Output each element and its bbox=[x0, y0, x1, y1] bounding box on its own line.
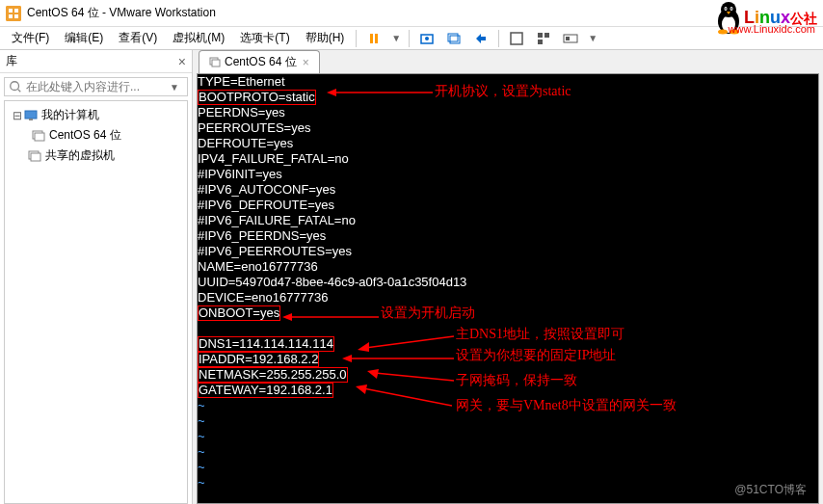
svg-rect-4 bbox=[14, 14, 18, 18]
vm-icon bbox=[32, 129, 45, 143]
window-title: CentOS 64 位 - VMware Workstation bbox=[27, 5, 216, 21]
svg-rect-29 bbox=[29, 119, 33, 120]
svg-rect-23 bbox=[538, 40, 543, 44]
pause-button[interactable] bbox=[362, 29, 385, 48]
svg-rect-14 bbox=[370, 34, 373, 43]
sidebar: 库 × ▼ ⊟ 我的计算机 CentOS 64 位 共享的虚拟机 bbox=[0, 50, 193, 504]
menu-view[interactable]: 查看(V) bbox=[111, 28, 165, 48]
svg-rect-21 bbox=[538, 33, 543, 38]
tree-root[interactable]: ⊟ 我的计算机 bbox=[9, 105, 183, 125]
library-tree: ⊟ 我的计算机 CentOS 64 位 共享的虚拟机 bbox=[4, 100, 188, 504]
svg-point-26 bbox=[11, 82, 19, 91]
menu-tabs[interactable]: 选项卡(T) bbox=[232, 28, 297, 48]
fullscreen-button[interactable] bbox=[505, 29, 528, 48]
svg-rect-33 bbox=[31, 153, 40, 161]
menu-vm[interactable]: 虚拟机(M) bbox=[165, 28, 232, 48]
search-box[interactable]: ▼ bbox=[4, 77, 188, 96]
search-icon bbox=[9, 80, 22, 93]
sidebar-close-button[interactable]: × bbox=[178, 54, 186, 69]
tree-vm-item[interactable]: CentOS 64 位 bbox=[9, 125, 183, 146]
logo-url: www.Linuxidc.com bbox=[729, 23, 815, 35]
tab-close-button[interactable]: × bbox=[303, 56, 309, 69]
unity-button[interactable] bbox=[532, 29, 555, 48]
shared-icon bbox=[28, 149, 41, 163]
tree-shared[interactable]: 共享的虚拟机 bbox=[9, 146, 183, 166]
svg-rect-0 bbox=[6, 6, 21, 21]
content-area: CentOS 64 位 × TYPE=Ethernet BOOTPROTO=st… bbox=[193, 50, 823, 504]
search-input[interactable] bbox=[26, 80, 166, 93]
svg-rect-3 bbox=[9, 14, 13, 18]
vm-tab-icon bbox=[209, 57, 221, 68]
onboot-highlight: ONBOOT=yes bbox=[198, 305, 280, 321]
menu-file[interactable]: 文件(F) bbox=[4, 28, 57, 48]
svg-point-17 bbox=[425, 37, 429, 40]
svg-rect-28 bbox=[25, 111, 37, 119]
titlebar: CentOS 64 位 - VMware Workstation bbox=[0, 0, 823, 27]
svg-line-27 bbox=[18, 90, 21, 93]
menu-help[interactable]: 帮助(H) bbox=[298, 28, 353, 48]
menubar: 文件(F) 编辑(E) 查看(V) 虚拟机(M) 选项卡(T) 帮助(H) ▼ … bbox=[0, 27, 823, 50]
app-icon bbox=[6, 6, 21, 21]
ipaddr-highlight: IPADDR=192.168.2.2 bbox=[198, 352, 319, 367]
bootproto-highlight: BOOTPROTO=static bbox=[198, 90, 316, 105]
svg-point-7 bbox=[721, 2, 736, 17]
thumbnail-button[interactable] bbox=[559, 29, 582, 48]
snapshot-button[interactable] bbox=[415, 29, 438, 48]
tree-collapse-icon[interactable]: ⊟ bbox=[13, 109, 24, 122]
svg-rect-22 bbox=[544, 33, 549, 38]
gateway-highlight: GATEWAY=192.168.2.1 bbox=[198, 383, 333, 398]
power-dropdown[interactable]: ▼ bbox=[387, 33, 405, 43]
computer-icon bbox=[24, 109, 38, 122]
svg-rect-1 bbox=[9, 9, 13, 13]
svg-rect-15 bbox=[375, 34, 378, 43]
svg-rect-35 bbox=[212, 60, 220, 66]
svg-rect-25 bbox=[566, 37, 570, 40]
svg-rect-2 bbox=[14, 9, 18, 13]
tab-vm[interactable]: CentOS 64 位 × bbox=[199, 50, 320, 73]
watermark: @51CTO博客 bbox=[734, 482, 807, 497]
sidebar-title: 库 bbox=[6, 53, 17, 69]
svg-point-10 bbox=[725, 8, 727, 10]
snapshot-manage-button[interactable] bbox=[442, 29, 465, 48]
svg-point-12 bbox=[718, 30, 728, 35]
svg-rect-20 bbox=[511, 33, 522, 44]
view-dropdown[interactable]: ▼ bbox=[584, 33, 601, 43]
tab-bar: CentOS 64 位 × bbox=[193, 50, 823, 73]
search-dropdown[interactable]: ▼ bbox=[166, 82, 183, 93]
terminal[interactable]: TYPE=Ethernet BOOTPROTO=static PEERDNS=y… bbox=[197, 73, 819, 504]
netmask-highlight: NETMASK=255.255.255.0 bbox=[198, 367, 348, 383]
revert-button[interactable] bbox=[469, 29, 492, 48]
menu-edit[interactable]: 编辑(E) bbox=[57, 28, 111, 48]
svg-rect-31 bbox=[35, 133, 44, 141]
svg-point-11 bbox=[730, 8, 732, 10]
dns1-highlight: DNS1=114.114.114.114 bbox=[198, 336, 334, 352]
